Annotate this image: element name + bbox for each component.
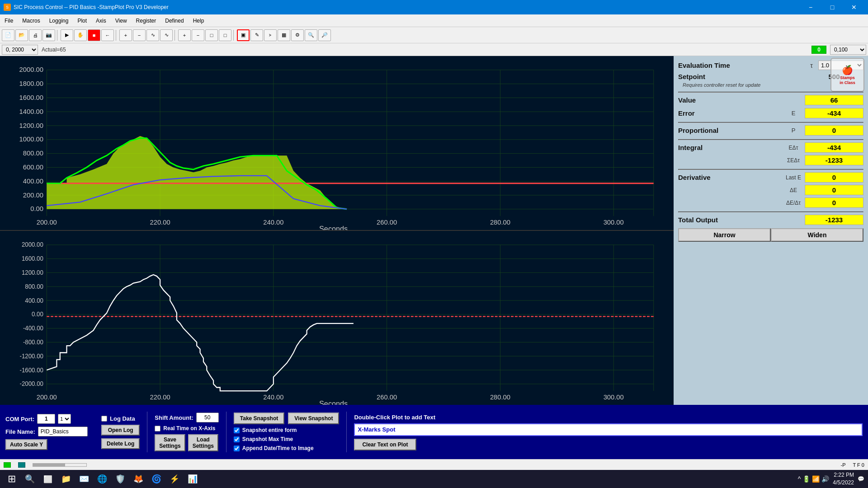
real-time-checkbox[interactable] [155, 426, 160, 432]
edge-icon[interactable]: 🌀 [148, 471, 165, 487]
proportional-sym: P [782, 127, 805, 134]
divider-5 [678, 211, 863, 212]
tb-new[interactable]: 📄 [2, 29, 14, 41]
value-label: Value [678, 96, 805, 104]
menu-bar: File Macros Logging Plot Axis View Regis… [0, 14, 868, 27]
value-display: 66 [805, 95, 863, 105]
tb-wave2[interactable]: ∿ [160, 29, 173, 41]
snapshot-entire-checkbox[interactable] [234, 427, 240, 433]
svg-rect-40 [0, 231, 674, 405]
tb-back[interactable]: ← [101, 29, 114, 41]
append-date-checkbox[interactable] [234, 446, 240, 451]
tb-print[interactable]: 🖨 [29, 29, 42, 41]
shift-settings-section: Shift Amount: Real Time on X-Axis SaveSe… [155, 413, 218, 451]
menu-defined[interactable]: Defined [160, 14, 188, 27]
menu-file[interactable]: File [0, 14, 18, 27]
tb-grid[interactable]: ⦠ [264, 29, 277, 41]
start-button[interactable]: ⊞ [4, 471, 20, 487]
notification-icon[interactable]: 💬 [858, 476, 864, 482]
real-time-row: Real Time on X-Axis [155, 425, 218, 432]
total-output-label: Total Output [678, 216, 805, 224]
take-snapshot-button[interactable]: Take Snapshot [234, 413, 284, 424]
delta-e-row: ΔE 0 [678, 185, 863, 195]
menu-help[interactable]: Help [189, 14, 209, 27]
svg-text:1600.00: 1600.00 [22, 255, 43, 262]
add-text-label: Double-Click Plot to add Text [354, 414, 863, 421]
title-bar: S SIC Process Control -- PID Basics -Sta… [0, 0, 868, 14]
tb-stop[interactable]: ■ [88, 29, 100, 41]
open-log-button[interactable]: Open Log [101, 425, 140, 436]
bottom-chart[interactable]: 2000.00 1600.00 1200.00 800.00 400.00 0.… [0, 231, 674, 405]
tb-chart[interactable]: ▦ [278, 29, 290, 41]
menu-view[interactable]: View [111, 14, 132, 27]
menu-axis[interactable]: Axis [91, 14, 111, 27]
integral-row: Integral EΔτ -434 [678, 142, 863, 153]
tb-wave[interactable]: ∿ [146, 29, 159, 41]
delete-log-button[interactable]: Delete Log [101, 438, 140, 449]
menu-macros[interactable]: Macros [18, 14, 44, 27]
snapshot-max-checkbox[interactable] [234, 436, 240, 442]
shift-amount-input[interactable] [196, 413, 219, 422]
tb-minus2[interactable]: − [192, 29, 204, 41]
clear-text-button[interactable]: Clear Text on Plot [354, 439, 416, 450]
chrome-icon[interactable]: 🌐 [94, 471, 110, 487]
app-icon: S [4, 4, 11, 11]
svg-text:200.00: 200.00 [37, 393, 57, 400]
mail-icon[interactable]: ✉️ [76, 471, 92, 487]
tb-box1[interactable]: □ [205, 29, 218, 41]
save-settings-button[interactable]: SaveSettings [155, 434, 185, 451]
top-chart[interactable]: 2000.00 1800.00 1600.00 1400.00 1200.00 … [0, 56, 674, 231]
tb-camera[interactable]: 📷 [42, 29, 55, 41]
integral-sym2: ΣEΔτ [782, 157, 805, 164]
tb-cursor[interactable]: ▶ [61, 29, 73, 41]
menu-plot[interactable]: Plot [73, 14, 91, 27]
tb-plus2[interactable]: + [178, 29, 191, 41]
menu-logging[interactable]: Logging [45, 14, 73, 27]
antivirus-icon[interactable]: 🛡️ [112, 471, 128, 487]
menu-register[interactable]: Register [132, 14, 161, 27]
close-button[interactable]: ✕ [844, 0, 864, 14]
com-port-input[interactable] [37, 414, 55, 424]
svg-text:0.00: 0.00 [30, 205, 43, 212]
tb-hand[interactable]: ✋ [74, 29, 87, 41]
firefox-icon[interactable]: 🦊 [130, 471, 146, 487]
taskview-icon[interactable]: ⬜ [40, 471, 56, 487]
tb-minus[interactable]: − [133, 29, 146, 41]
window-controls: − □ ✕ [800, 0, 864, 14]
auto-scale-button[interactable]: Auto Scale Y [5, 439, 47, 450]
range-select[interactable]: 0, 2000 [2, 45, 38, 55]
error-display: -434 [805, 108, 863, 118]
delta-e-display: 0 [805, 185, 863, 195]
log-data-checkbox[interactable] [101, 416, 107, 422]
search-icon[interactable]: 🔍 [22, 471, 38, 487]
tb-zoom-in[interactable]: 🔍 [305, 29, 317, 41]
maximize-button[interactable]: □ [822, 0, 843, 14]
tb-plus[interactable]: + [119, 29, 132, 41]
chevron-icon[interactable]: ^ [798, 475, 801, 483]
minimize-button[interactable]: − [800, 0, 821, 14]
file-name-input[interactable] [38, 427, 88, 436]
tb-settings[interactable]: ⚙ [291, 29, 304, 41]
com-port-select[interactable]: 1 [58, 414, 71, 424]
app1-icon[interactable]: ⚡ [166, 471, 183, 487]
view-snapshot-button[interactable]: View Snapshot [288, 413, 339, 424]
com-port-row: COM Port: 1 [5, 414, 96, 424]
toolbar-separator-1 [57, 30, 59, 41]
tb-zoom-out[interactable]: 🔎 [318, 29, 331, 41]
range-select-2[interactable]: 0,100 [830, 45, 866, 55]
tb-pen[interactable]: ✎ [250, 29, 263, 41]
charts-area: 2000.00 1800.00 1600.00 1400.00 1200.00 … [0, 56, 674, 405]
narrow-button[interactable]: Narrow [678, 228, 771, 242]
logo: 🍎 Stampsin Class [830, 58, 864, 92]
widen-button[interactable]: Widen [771, 228, 863, 242]
tb-box2[interactable]: □ [219, 29, 231, 41]
time-display[interactable]: 2:22 PM 4/5/2022 [833, 471, 854, 487]
separator-1 [147, 412, 147, 452]
tb-open[interactable]: 📂 [15, 29, 28, 41]
explorer-icon[interactable]: 📁 [58, 471, 74, 487]
text-input[interactable] [354, 423, 863, 436]
load-settings-button[interactable]: LoadSettings [188, 434, 218, 451]
save-load-row: SaveSettings LoadSettings [155, 434, 218, 451]
tb-square[interactable]: ▣ [237, 29, 250, 41]
app2-icon[interactable]: 📊 [184, 471, 201, 487]
